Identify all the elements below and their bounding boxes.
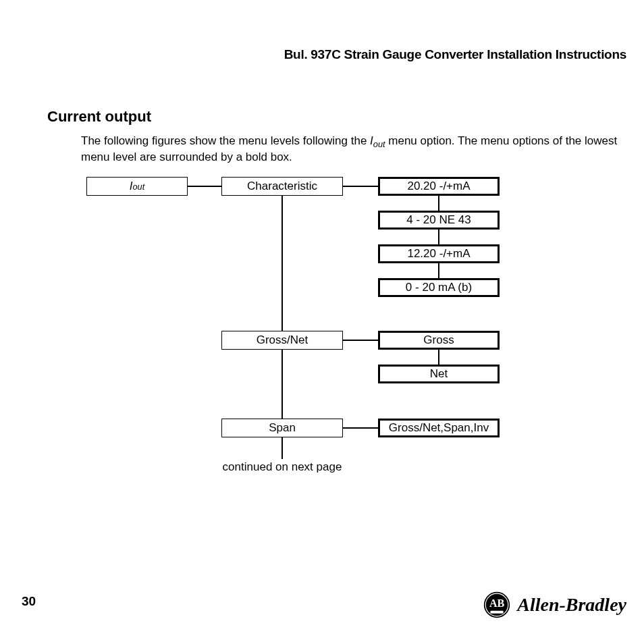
connector-line <box>343 427 378 429</box>
connector-line <box>438 230 439 244</box>
menu-characteristic: Characteristic <box>221 177 343 196</box>
svg-text:AB: AB <box>489 597 505 609</box>
menu-root: Iout <box>86 177 188 196</box>
svg-rect-3 <box>491 611 504 614</box>
ab-logo-icon: AB <box>483 591 510 618</box>
connector-line <box>188 186 221 187</box>
connector-line <box>343 340 378 341</box>
continued-note: continued on next page <box>208 460 356 474</box>
menu-gn-2: Net <box>378 365 500 383</box>
connector-line <box>438 263 439 278</box>
iout-sub: out <box>133 182 145 192</box>
connector-line <box>438 350 439 365</box>
brand-name: Allen-Bradley <box>517 594 626 616</box>
menu-gn-1: Gross <box>378 331 500 350</box>
body-prefix: The following figures show the menu leve… <box>81 134 370 147</box>
page: Bul. 937C Strain Gauge Converter Install… <box>0 0 644 644</box>
menu-span-1: Gross/Net,Span,Inv <box>378 419 500 437</box>
menu-span: Span <box>221 419 343 437</box>
menu-char-4: 0 - 20 mA (b) <box>378 278 500 297</box>
brand-logo: AB Allen-Bradley <box>483 591 626 618</box>
menu-grossnet: Gross/Net <box>221 331 343 350</box>
menu-char-1: 20.20 -/+mA <box>378 177 500 196</box>
connector-line <box>438 196 439 211</box>
header-title: Bul. 937C Strain Gauge Converter Install… <box>284 47 626 62</box>
body-text: The following figures show the menu leve… <box>81 134 626 165</box>
connector-line <box>343 186 378 187</box>
section-heading: Current output <box>47 108 151 126</box>
iout-variable: Iout <box>370 134 385 147</box>
menu-char-2: 4 - 20 NE 43 <box>378 211 500 230</box>
page-number: 30 <box>22 594 36 609</box>
menu-char-3: 12.20 -/+mA <box>378 244 500 263</box>
